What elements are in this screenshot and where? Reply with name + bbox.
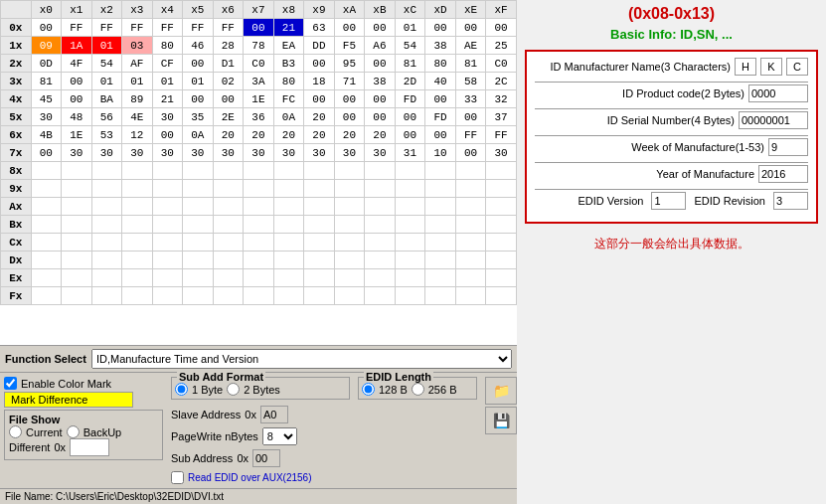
read-edid-checkbox[interactable] [171,471,184,484]
hex-cell[interactable] [152,162,183,180]
hex-cell[interactable]: D1 [213,55,244,73]
hex-cell[interactable]: 1E [62,126,92,144]
hex-cell[interactable] [365,234,396,252]
hex-cell[interactable] [425,252,456,269]
hex-cell[interactable] [152,287,183,305]
hex-cell[interactable] [183,198,214,216]
hex-cell[interactable] [455,287,486,305]
hex-cell[interactable] [455,198,486,216]
hex-cell[interactable]: 53 [91,126,122,144]
hex-cell[interactable] [455,162,486,180]
hex-cell[interactable] [425,198,456,216]
hex-cell[interactable]: 00 [62,90,92,108]
hex-cell[interactable]: 30 [62,144,92,162]
hex-cell[interactable] [486,180,517,198]
manufacturer-h-input[interactable] [735,58,756,76]
pagewrite-select[interactable]: 8 [262,427,297,445]
hex-cell[interactable] [152,234,183,252]
hex-cell[interactable]: 00 [365,55,396,73]
hex-cell[interactable]: 00 [334,90,365,108]
hex-cell[interactable]: 00 [31,19,62,37]
hex-cell[interactable] [183,252,214,269]
slave-address-input[interactable] [260,406,288,423]
hex-cell[interactable]: 2C [486,73,517,90]
hex-cell[interactable]: FD [395,90,425,108]
hex-cell[interactable] [152,180,183,198]
hex-cell[interactable]: 80 [425,55,456,73]
hex-cell[interactable] [334,234,365,252]
hex-cell[interactable] [31,198,62,216]
2bytes-radio[interactable] [227,383,240,396]
hex-cell[interactable] [486,269,517,287]
hex-cell[interactable]: 21 [152,90,183,108]
hex-cell[interactable] [365,252,396,269]
hex-cell[interactable]: 18 [304,73,335,90]
hex-cell[interactable] [425,180,456,198]
hex-cell[interactable] [152,216,183,234]
hex-cell[interactable] [213,198,244,216]
hex-cell[interactable]: 45 [31,90,62,108]
hex-cell[interactable]: FF [152,19,183,37]
backup-radio[interactable] [67,425,80,438]
hex-cell[interactable] [62,198,92,216]
hex-cell[interactable] [183,234,214,252]
hex-cell[interactable] [183,162,214,180]
hex-cell[interactable]: 30 [213,144,244,162]
hex-cell[interactable] [62,234,92,252]
hex-cell[interactable]: 2E [213,108,244,126]
hex-cell[interactable] [183,269,214,287]
hex-cell[interactable]: FF [183,19,214,37]
hex-cell[interactable]: 00 [425,90,456,108]
hex-cell[interactable]: B3 [273,55,304,73]
hex-cell[interactable] [244,269,274,287]
hex-cell[interactable] [62,180,92,198]
hex-cell[interactable] [183,287,214,305]
hex-cell[interactable] [304,162,335,180]
hex-cell[interactable]: 21 [273,19,304,37]
hex-cell[interactable]: 63 [304,19,335,37]
hex-cell[interactable]: 00 [425,126,456,144]
hex-cell[interactable]: 30 [304,144,335,162]
hex-cell[interactable]: FF [486,126,517,144]
hex-cell[interactable]: 00 [62,73,92,90]
hex-cell[interactable]: 01 [395,19,425,37]
hex-cell[interactable]: 00 [486,19,517,37]
hex-cell[interactable]: 20 [244,126,274,144]
hex-cell[interactable] [334,180,365,198]
hex-cell[interactable]: AF [122,55,153,73]
hex-cell[interactable]: 00 [152,126,183,144]
hex-cell[interactable] [122,269,153,287]
hex-cell[interactable] [62,269,92,287]
hex-cell[interactable]: 00 [365,19,396,37]
manufacturer-k-input[interactable] [760,58,782,76]
hex-cell[interactable] [486,234,517,252]
hex-cell[interactable]: 30 [244,144,274,162]
hex-cell[interactable] [455,216,486,234]
hex-cell[interactable] [304,252,335,269]
hex-cell[interactable] [365,287,396,305]
hex-cell[interactable]: 40 [425,73,456,90]
hex-cell[interactable]: 30 [122,144,153,162]
1byte-radio[interactable] [175,383,188,396]
hex-cell[interactable]: FF [62,19,92,37]
hex-cell[interactable] [31,180,62,198]
hex-cell[interactable] [122,162,153,180]
hex-cell[interactable] [334,287,365,305]
hex-cell[interactable]: 20 [213,126,244,144]
hex-cell[interactable]: 31 [395,144,425,162]
hex-cell[interactable]: 54 [91,55,122,73]
hex-cell[interactable]: 58 [455,73,486,90]
hex-cell[interactable] [455,180,486,198]
256b-radio[interactable] [412,383,424,396]
hex-cell[interactable]: 3A [244,73,274,90]
128b-radio[interactable] [362,383,375,396]
hex-cell[interactable] [365,269,396,287]
hex-cell[interactable]: 00 [455,144,486,162]
hex-cell[interactable]: 00 [395,126,425,144]
hex-cell[interactable]: 80 [152,37,183,55]
hex-cell[interactable] [334,252,365,269]
hex-cell[interactable]: 25 [486,37,517,55]
hex-cell[interactable] [425,269,456,287]
hex-cell[interactable] [31,216,62,234]
hex-cell[interactable] [122,234,153,252]
